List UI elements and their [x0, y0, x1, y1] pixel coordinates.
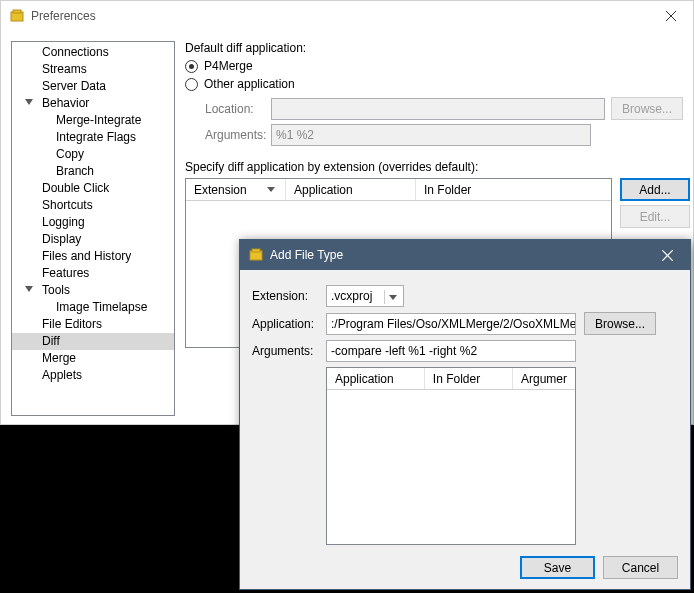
- col-extension[interactable]: Extension: [186, 179, 286, 200]
- location-input: [271, 98, 605, 120]
- col-application[interactable]: Application: [286, 179, 416, 200]
- col-arguments[interactable]: Argumer: [513, 368, 575, 389]
- close-button[interactable]: [648, 1, 693, 31]
- preferences-tree[interactable]: ConnectionsStreamsServer DataBehaviorMer…: [11, 41, 175, 416]
- browse-button[interactable]: Browse...: [584, 312, 656, 335]
- tree-item[interactable]: Streams: [12, 61, 174, 78]
- dialog-table[interactable]: Application In Folder Argumer: [326, 367, 576, 545]
- radio-p4merge[interactable]: P4Merge: [185, 59, 683, 73]
- app-icon: [9, 8, 25, 24]
- radio-other[interactable]: Other application: [185, 77, 683, 91]
- tree-item[interactable]: Image Timelapse: [12, 299, 174, 316]
- tree-item[interactable]: Branch: [12, 163, 174, 180]
- tree-item[interactable]: Server Data: [12, 78, 174, 95]
- location-label: Location:: [205, 102, 265, 116]
- svg-rect-5: [252, 249, 260, 252]
- application-input[interactable]: :/Program Files/Oso/XMLMerge/2/OsoXMLMer…: [326, 313, 576, 335]
- cancel-button[interactable]: Cancel: [603, 556, 678, 579]
- extension-label: Extension:: [252, 289, 318, 303]
- col-folder[interactable]: In Folder: [425, 368, 513, 389]
- tree-item[interactable]: Connections: [12, 44, 174, 61]
- tree-item[interactable]: Copy: [12, 146, 174, 163]
- radio-icon: [185, 78, 198, 91]
- tree-item[interactable]: Features: [12, 265, 174, 282]
- extension-combo[interactable]: .vcxproj: [326, 285, 404, 307]
- tree-item[interactable]: Display: [12, 231, 174, 248]
- arguments-input[interactable]: -compare -left %1 -right %2: [326, 340, 576, 362]
- arguments-label: Arguments:: [205, 128, 265, 142]
- dialog-table-header: Application In Folder Argumer: [327, 368, 575, 390]
- default-app-label: Default diff application:: [185, 41, 683, 55]
- window-title: Preferences: [31, 9, 648, 23]
- tree-item[interactable]: Tools: [12, 282, 174, 299]
- tree-item[interactable]: File Editors: [12, 316, 174, 333]
- arguments-input: %1 %2: [271, 124, 591, 146]
- tree-item[interactable]: Applets: [12, 367, 174, 384]
- col-folder[interactable]: In Folder: [416, 179, 611, 200]
- tree-item[interactable]: Shortcuts: [12, 197, 174, 214]
- tree-item[interactable]: Merge-Integrate: [12, 112, 174, 129]
- tree-item[interactable]: Logging: [12, 214, 174, 231]
- col-application[interactable]: Application: [327, 368, 425, 389]
- arguments-label: Arguments:: [252, 344, 318, 358]
- extension-value: .vcxproj: [331, 289, 372, 303]
- add-button[interactable]: Add...: [620, 178, 690, 201]
- radio-icon: [185, 60, 198, 73]
- dialog-close-button[interactable]: [645, 240, 690, 270]
- tree-item[interactable]: Merge: [12, 350, 174, 367]
- dialog-title: Add File Type: [270, 248, 645, 262]
- edit-button: Edit...: [620, 205, 690, 228]
- chevron-down-icon: [389, 295, 397, 300]
- tree-item[interactable]: Files and History: [12, 248, 174, 265]
- table-header: Extension Application In Folder: [186, 179, 611, 201]
- application-label: Application:: [252, 317, 318, 331]
- tree-item[interactable]: Diff: [12, 333, 174, 350]
- titlebar: Preferences: [1, 1, 693, 31]
- specify-label: Specify diff application by extension (o…: [185, 160, 683, 174]
- tree-item[interactable]: Integrate Flags: [12, 129, 174, 146]
- dialog-titlebar: Add File Type: [240, 240, 690, 270]
- add-file-type-dialog: Add File Type Extension: .vcxproj Applic…: [239, 239, 691, 590]
- svg-rect-1: [13, 10, 21, 13]
- dialog-icon: [248, 247, 264, 263]
- tree-item[interactable]: Double Click: [12, 180, 174, 197]
- browse-button: Browse...: [611, 97, 683, 120]
- radio-label: Other application: [204, 77, 295, 91]
- tree-item[interactable]: Behavior: [12, 95, 174, 112]
- save-button[interactable]: Save: [520, 556, 595, 579]
- radio-label: P4Merge: [204, 59, 253, 73]
